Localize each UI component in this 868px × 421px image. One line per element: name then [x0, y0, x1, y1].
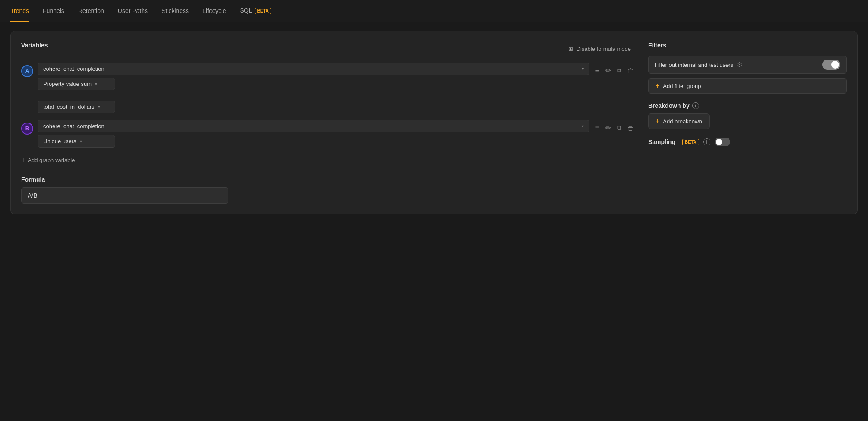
trash-icon: 🗑	[627, 125, 634, 132]
main-content: Variables ⊞ Disable formula mode A coher…	[0, 22, 868, 223]
trash-icon: 🗑	[627, 67, 634, 74]
sampling-label: Sampling	[648, 138, 675, 145]
variable-b-sub-controls: Unique users ▾	[38, 135, 589, 148]
add-variable-button[interactable]: + Add graph variable	[21, 154, 75, 166]
pencil-icon: ✏	[605, 124, 611, 132]
nav-funnels[interactable]: Funnels	[43, 0, 64, 22]
filters-section: Filters Filter out internal and test use…	[648, 42, 847, 204]
chevron-down-icon: ▾	[80, 139, 82, 144]
nav-stickiness[interactable]: Stickiness	[162, 0, 189, 22]
add-filter-group-button[interactable]: + Add filter group	[648, 78, 847, 94]
variables-section: Variables ⊞ Disable formula mode A coher…	[21, 42, 634, 204]
disable-formula-button[interactable]: ⊞ Disable formula mode	[565, 44, 634, 54]
variable-a-delete-button[interactable]: 🗑	[627, 66, 634, 75]
pencil-icon: ✏	[605, 66, 611, 75]
filter-lines-icon: ≡	[595, 66, 599, 75]
formula-title: Formula	[21, 176, 634, 183]
filter-internal-label: Filter out internal and test users ⚙	[655, 61, 817, 69]
variable-a-aggregation-dropdown[interactable]: Property value sum ▾	[38, 78, 115, 90]
variable-b-delete-button[interactable]: 🗑	[627, 124, 634, 132]
filter-lines-icon: ≡	[595, 123, 599, 132]
variable-a-edit-button[interactable]: ✏	[605, 66, 612, 75]
variable-b-edit-button[interactable]: ✏	[605, 123, 612, 133]
formula-section: Formula	[21, 176, 634, 204]
variable-b-main-row: cohere_chat_completion ▾	[38, 120, 589, 132]
formula-mode-icon: ⊞	[568, 46, 573, 52]
internal-filter-toggle[interactable]	[822, 60, 840, 70]
formula-input[interactable]	[21, 187, 228, 204]
breakdown-section: Breakdown by i + Add breakdown	[648, 102, 847, 129]
copy-icon: ⧉	[617, 124, 621, 132]
variable-b-event-dropdown[interactable]: cohere_chat_completion ▾	[38, 120, 589, 132]
variable-a-controls: cohere_chat_completion ▾ Property value …	[38, 63, 589, 113]
variables-header: Variables ⊞ Disable formula mode	[21, 42, 634, 56]
chevron-down-icon: ▾	[582, 124, 584, 129]
add-breakdown-button[interactable]: + Add breakdown	[648, 113, 710, 129]
variable-b-row: B cohere_chat_completion ▾ Unique users …	[21, 120, 634, 148]
variable-a-actions: ≡ ✏ ⧉ 🗑	[594, 65, 634, 76]
variable-a-property-dropdown[interactable]: total_cost_in_dollars ▾	[38, 101, 115, 113]
variable-a-main-row: cohere_chat_completion ▾	[38, 63, 589, 75]
breakdown-info-icon[interactable]: i	[692, 102, 699, 109]
sampling-section: Sampling BETA i	[648, 138, 847, 146]
variable-a-event-dropdown[interactable]: cohere_chat_completion ▾	[38, 63, 589, 75]
copy-icon: ⧉	[617, 67, 621, 74]
plus-icon: +	[656, 117, 659, 125]
chevron-down-icon: ▾	[95, 82, 97, 86]
nav-user-paths[interactable]: User Paths	[118, 0, 148, 22]
variable-b-actions: ≡ ✏ ⧉ 🗑	[594, 123, 634, 133]
variable-b-filter-button[interactable]: ≡	[594, 123, 600, 133]
plus-icon: +	[656, 82, 659, 90]
variable-b-aggregation-dropdown[interactable]: Unique users ▾	[38, 135, 115, 148]
analysis-panel: Variables ⊞ Disable formula mode A coher…	[10, 31, 858, 214]
top-navigation: Trends Funnels Retention User Paths Stic…	[0, 0, 868, 22]
sampling-beta-badge: BETA	[682, 139, 699, 145]
nav-trends[interactable]: Trends	[10, 0, 29, 22]
sampling-toggle[interactable]	[715, 138, 730, 146]
internal-users-filter-row: Filter out internal and test users ⚙	[648, 56, 847, 74]
nav-lifecycle[interactable]: Lifecycle	[203, 0, 226, 22]
nav-retention[interactable]: Retention	[78, 0, 104, 22]
filters-title: Filters	[648, 42, 847, 49]
variable-a-badge: A	[21, 65, 33, 77]
nav-sql[interactable]: SQLBETA	[240, 0, 272, 22]
variable-b-controls: cohere_chat_completion ▾ Unique users ▾	[38, 120, 589, 148]
variables-title: Variables	[21, 42, 48, 49]
variable-a-sub-controls: Property value sum ▾ total_cost_in_dolla…	[38, 78, 589, 113]
variable-a-row: A cohere_chat_completion ▾ Property valu…	[21, 63, 634, 113]
sampling-info-icon[interactable]: i	[703, 138, 710, 145]
chevron-down-icon: ▾	[582, 66, 584, 71]
gear-icon[interactable]: ⚙	[737, 61, 742, 69]
chevron-down-icon: ▾	[98, 104, 100, 109]
sql-beta-badge: BETA	[255, 8, 271, 14]
plus-icon: +	[21, 156, 25, 164]
variable-a-filter-button[interactable]: ≡	[594, 65, 600, 76]
variable-b-copy-button[interactable]: ⧉	[616, 123, 622, 132]
breakdown-title: Breakdown by i	[648, 102, 847, 109]
variable-b-badge: B	[21, 123, 33, 135]
variable-a-copy-button[interactable]: ⧉	[616, 66, 622, 75]
